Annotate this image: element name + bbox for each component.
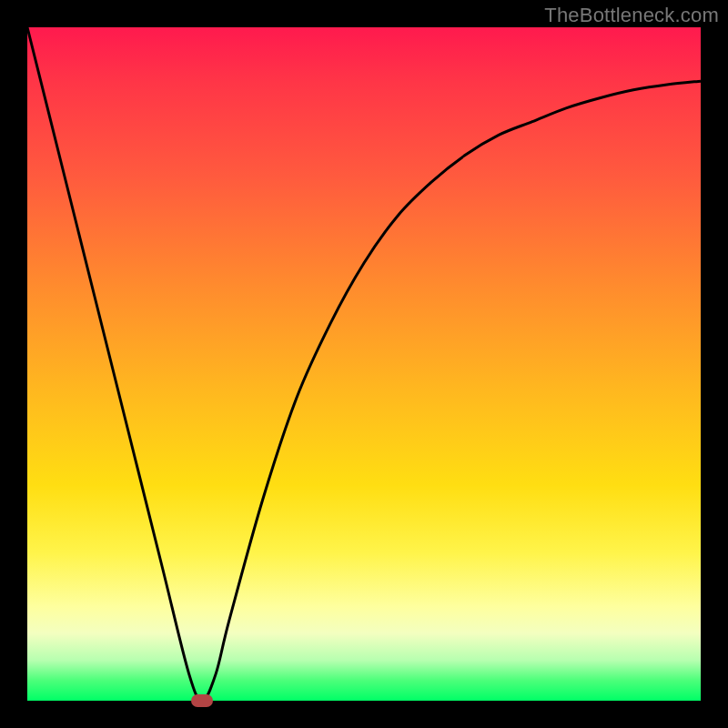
chart-frame: TheBottleneck.com (0, 0, 728, 728)
plot-area (27, 27, 701, 701)
watermark-text: TheBottleneck.com (544, 4, 719, 27)
curve-path (27, 27, 701, 701)
optimal-point-marker (191, 694, 213, 707)
bottleneck-curve (27, 27, 701, 701)
